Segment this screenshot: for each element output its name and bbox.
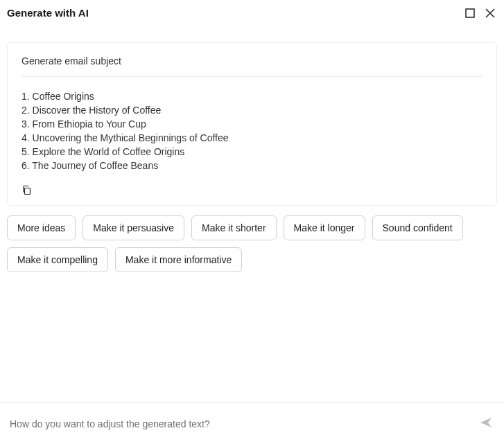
chip-more-ideas[interactable]: More ideas: [7, 215, 76, 240]
card-actions: [21, 185, 483, 195]
dialog-title: Generate with AI: [7, 7, 89, 19]
chip-compelling[interactable]: Make it compelling: [7, 247, 108, 272]
send-icon: [479, 416, 493, 432]
card-title: Generate email subject: [21, 55, 483, 77]
list-item: 2. Discover the History of Coffee: [21, 103, 483, 117]
square-icon: [465, 8, 475, 18]
chip-shorter[interactable]: Make it shorter: [191, 215, 277, 240]
svg-rect-1: [25, 188, 31, 195]
maximize-button[interactable]: [465, 8, 475, 18]
close-button[interactable]: [485, 8, 496, 19]
result-card: Generate email subject 1. Coffee Origins…: [7, 42, 497, 206]
close-icon: [485, 8, 496, 19]
chip-informative[interactable]: Make it more informative: [115, 247, 242, 272]
list-item: 1. Coffee Origins: [21, 89, 483, 103]
copy-button[interactable]: [21, 185, 32, 195]
list-item: 4. Uncovering the Mythical Beginnings of…: [21, 131, 483, 145]
list-item: 5. Explore the World of Coffee Origins: [21, 145, 483, 159]
list-item: 6. The Journey of Coffee Beans: [21, 159, 483, 172]
send-button[interactable]: [478, 416, 494, 432]
spacer: [0, 272, 504, 402]
chip-longer[interactable]: Make it longer: [284, 215, 365, 240]
prompt-input[interactable]: [10, 418, 469, 429]
svg-rect-0: [466, 9, 474, 17]
chip-confident[interactable]: Sound confident: [372, 215, 463, 240]
prompt-bar: [0, 402, 504, 444]
dialog-header: Generate with AI: [0, 0, 504, 26]
results-list: 1. Coffee Origins 2. Discover the Histor…: [21, 77, 483, 178]
suggestion-chips: More ideas Make it persuasive Make it sh…: [0, 206, 504, 272]
list-item: 3. From Ethiopia to Your Cup: [21, 117, 483, 131]
copy-icon: [21, 185, 32, 195]
chip-persuasive[interactable]: Make it persuasive: [82, 215, 184, 240]
header-controls: [465, 8, 496, 19]
